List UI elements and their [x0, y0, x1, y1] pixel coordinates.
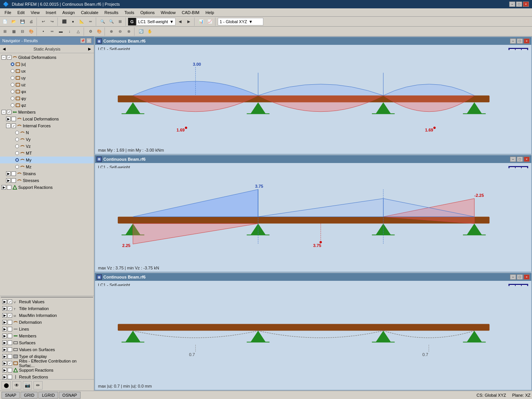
tree-check-global-def[interactable]	[7, 55, 11, 60]
tree-expand-members-display[interactable]: ▶	[2, 334, 7, 338]
tree-check-ribs[interactable]	[8, 361, 12, 366]
minimize-button[interactable]: −	[509, 2, 515, 7]
tb2-show-members[interactable]: ═	[48, 27, 56, 36]
panel-3-close[interactable]: ×	[524, 274, 530, 280]
tb2-extra3[interactable]: ⊗	[125, 27, 133, 36]
close-button[interactable]: ×	[523, 2, 529, 7]
tb2-display-param[interactable]: ⚙	[86, 27, 95, 36]
tree-check-type-display[interactable]	[8, 354, 12, 359]
tree-radio-phix[interactable]	[11, 90, 14, 93]
tb-fit[interactable]: ⊞	[116, 17, 124, 26]
tree-expand-support-react-disp[interactable]: ▶	[2, 368, 7, 372]
tree-members-display-row[interactable]: ▶ Members	[1, 332, 93, 339]
tree-check-title-info[interactable]	[8, 306, 12, 311]
tb-line[interactable]: 📐	[78, 17, 86, 26]
tree-title-info-row[interactable]: ▶ T Title Information	[1, 305, 93, 312]
nav-btn-eye[interactable]: 👁	[12, 381, 21, 390]
tree-check-members-display[interactable]	[8, 334, 12, 338]
tb-results[interactable]: 📊	[197, 17, 205, 26]
menu-window[interactable]: Window	[158, 10, 179, 16]
panel-2-buttons[interactable]: − □ ×	[510, 157, 530, 162]
tree-expand-maxmin-info[interactable]: ▶	[2, 313, 7, 318]
tb-diagram[interactable]: 📈	[206, 17, 214, 26]
tree-u-abs-row[interactable]: |u|	[0, 61, 94, 68]
tb2-show-supports[interactable]: △	[74, 27, 82, 36]
tb2-show-nodes[interactable]: •	[39, 27, 48, 36]
panel-1-minimize[interactable]: −	[510, 38, 516, 44]
lc-dropdown[interactable]: LC1 Self-weight ▼	[136, 18, 176, 25]
tree-expand-local-def[interactable]: ▶	[6, 117, 11, 121]
tb-zoom-in[interactable]: 🔍	[98, 17, 107, 26]
tb-new[interactable]: 📄	[1, 17, 9, 26]
tree-expand-result-sections[interactable]: ▶	[2, 375, 7, 379]
coord-system-dropdown[interactable]: 1 - Global XYZ ▼	[218, 18, 263, 25]
tree-uz-row[interactable]: uz	[0, 81, 94, 88]
tb2-show-surfaces[interactable]: ▬	[57, 27, 65, 36]
menu-edit[interactable]: Edit	[14, 10, 28, 16]
tree-check-surfaces[interactable]	[8, 340, 12, 345]
tree-deformation-row[interactable]: ▶ Deformation	[1, 319, 93, 326]
tree-radio-phiz[interactable]	[11, 103, 14, 107]
tree-local-def-row[interactable]: ▶ Local Deformations	[0, 116, 94, 122]
tree-support-reactions-row[interactable]: ▶ Support Reactions	[0, 184, 94, 191]
tree-expand-internal-forces[interactable]: −	[6, 124, 11, 128]
coord-dropdown-arrow[interactable]: ▼	[249, 19, 253, 24]
tree-check-result-sections[interactable]	[8, 375, 12, 379]
tree-phix-row[interactable]: φx	[0, 88, 94, 95]
tb-node[interactable]: ●	[69, 17, 77, 26]
tree-expand-stresses[interactable]: ▶	[6, 178, 11, 183]
tree-expand-deformation[interactable]: ▶	[2, 320, 7, 325]
menu-cad-bim[interactable]: CAD-BIM	[179, 10, 202, 16]
panel-2-maximize[interactable]: □	[517, 157, 523, 162]
tree-radio-Vy[interactable]	[15, 138, 19, 141]
tree-check-internal-forces[interactable]	[11, 124, 16, 128]
tree-check-local-def[interactable]	[11, 117, 16, 121]
menu-tools[interactable]: Tools	[121, 10, 137, 16]
tb-redo[interactable]: ↪	[48, 17, 56, 26]
tree-stresses-row[interactable]: ▶ Stresses	[0, 177, 94, 184]
tree-radio-Vz[interactable]	[15, 144, 19, 148]
statusbar-snap[interactable]: SNAP	[2, 392, 20, 399]
tree-expand-title-info[interactable]: ▶	[2, 306, 7, 311]
tb-open[interactable]: 📂	[10, 17, 18, 26]
tb-prev-lc[interactable]: ◀	[176, 17, 184, 26]
menu-calculate[interactable]: Calculate	[78, 10, 101, 16]
tree-expand-type-display[interactable]: ▶	[2, 354, 7, 359]
panel-3-maximize[interactable]: □	[517, 274, 523, 280]
statusbar-osnap[interactable]: OSNAP	[59, 392, 81, 399]
tree-check-result-values[interactable]	[8, 299, 12, 304]
menu-options[interactable]: Options	[137, 10, 158, 16]
tree-ribs-row[interactable]: ▶ Ribs - Effective Contribution on Surfa…	[1, 360, 93, 367]
tree-expand-surfaces[interactable]: ▶	[2, 340, 7, 345]
nav-header-buttons[interactable]: 📌 ×	[80, 38, 92, 43]
tree-expand-members[interactable]: −	[2, 110, 6, 114]
tree-surfaces-row[interactable]: ▶ Surfaces	[1, 339, 93, 346]
nav-next-button[interactable]: ▶	[87, 47, 92, 51]
tree-radio-uz[interactable]	[11, 83, 14, 87]
nav-pin-button[interactable]: 📌	[80, 38, 86, 43]
nav-btn-camera[interactable]: 📷	[23, 381, 32, 390]
tree-expand-global-def[interactable]: −	[2, 55, 6, 60]
tree-radio-Mz[interactable]	[15, 165, 19, 169]
tb2-extra1[interactable]: ⊕	[107, 27, 116, 36]
tree-phiy-row[interactable]: φy	[0, 95, 94, 102]
tree-phiz-row[interactable]: φz	[0, 102, 94, 109]
tree-result-sections-row[interactable]: ▶ Result Sections	[1, 374, 93, 379]
panel-1-maximize[interactable]: □	[517, 38, 523, 44]
tree-check-val-surfaces[interactable]	[8, 347, 12, 352]
tb-save[interactable]: 💾	[18, 17, 27, 26]
tree-radio-ux[interactable]	[11, 69, 14, 73]
lc-dropdown-arrow[interactable]: ▼	[169, 19, 174, 24]
tree-uy-row[interactable]: uy	[0, 74, 94, 81]
tree-check-maxmin-info[interactable]	[8, 313, 12, 318]
tree-radio-u-abs[interactable]	[11, 62, 14, 66]
menu-file[interactable]: File	[2, 10, 14, 16]
tree-N-row[interactable]: N	[0, 129, 94, 136]
tb-zoom-out[interactable]: 🔍	[107, 17, 116, 26]
tree-MT-row[interactable]: MT	[0, 150, 94, 157]
tb2-extra2[interactable]: ⊖	[116, 27, 124, 36]
tree-result-values-row[interactable]: ▶ V Result Values	[1, 298, 93, 305]
tree-check-strains[interactable]	[11, 171, 16, 176]
tree-members-row[interactable]: − Members	[0, 109, 94, 116]
tree-radio-uy[interactable]	[11, 76, 14, 80]
